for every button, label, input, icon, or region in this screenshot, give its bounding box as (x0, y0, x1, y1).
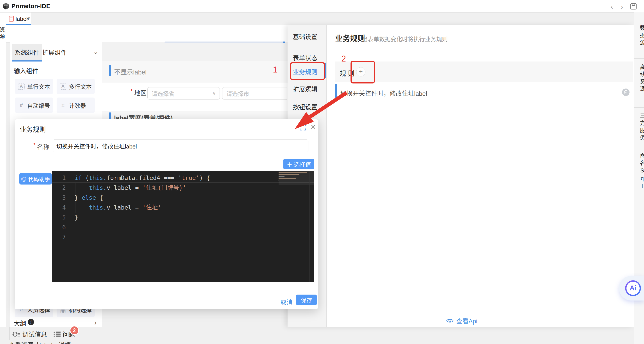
tab-extension-components[interactable]: 扩展组件 (39, 44, 70, 61)
editor-tabbar: label* × (6, 12, 634, 25)
sidebar-item-offline-resource[interactable]: 离线资源 (636, 64, 644, 93)
hash-icon: # (18, 102, 24, 108)
tab-close-icon[interactable]: × (26, 15, 30, 22)
annotation-step-2: 2 (341, 54, 346, 64)
save-button[interactable]: 保存 (296, 295, 317, 305)
component-multi-line-text[interactable]: A 多行文本 (56, 79, 95, 94)
panel-title: 业务规则 (335, 33, 365, 43)
app-title: Primeton-IDE (12, 3, 50, 10)
rule-name-input[interactable] (53, 139, 308, 152)
tab-form-state[interactable]: 表单状态 (293, 53, 318, 62)
debug-info-label: 调试信息 (22, 330, 47, 338)
status-bar: 调试信息 问题 2 (0, 327, 644, 340)
select-value-button[interactable]: ＋ 选择值 (284, 159, 314, 169)
left-rail: 资源 (0, 12, 6, 327)
bottom-clipped-status: 查看资源「label」详情 (0, 340, 198, 344)
app-logo-icon (2, 3, 10, 10)
divider (634, 107, 644, 108)
horizontal-scrollbar-thumb[interactable] (284, 42, 285, 43)
info-icon[interactable]: i (28, 319, 34, 325)
problems-count-badge: 2 (70, 326, 79, 335)
trash-icon (624, 90, 628, 94)
view-api-link[interactable]: 查看Api (446, 316, 477, 325)
sidebar-item-third-party-service[interactable]: 三方服务 (636, 113, 644, 142)
cancel-button[interactable]: 取消 (280, 298, 292, 306)
eye-icon (446, 318, 454, 323)
code-editor[interactable]: 1if (this.formData.filed4 === 'true') {2… (52, 171, 314, 282)
panel-subtitle: 当表单数据变化时将执行业务规则 (362, 35, 448, 43)
region-field-row[interactable]: * 地区 请选择省 ∨ 请选择市 (102, 83, 306, 111)
minimap[interactable] (278, 172, 309, 182)
annotation-arrow (291, 88, 350, 135)
business-rule-dialog: 业务规则 × * 名称 ＋ 选择值 ◎ 代码助手 1if (this.formD… (15, 119, 318, 309)
plus-minus-icon: ± (60, 102, 66, 108)
province-select[interactable]: 请选择省 ∨ (148, 87, 220, 99)
minimap-separator (310, 171, 310, 282)
divider (634, 58, 644, 59)
debug-info-button[interactable]: 调试信息 (12, 330, 47, 338)
rule-list-item[interactable]: 切换开关控件时，修改住址label (335, 84, 633, 101)
annotation-box-add-rule (350, 61, 375, 83)
component-auto-number[interactable]: # 自动编号 (15, 98, 53, 113)
section-title: 不显示label (114, 67, 146, 76)
save-icon[interactable] (630, 3, 637, 10)
tab-label[interactable]: label* × (6, 12, 31, 25)
component-list-icon[interactable]: ≡ (67, 49, 71, 55)
nav-forward-icon[interactable]: › (621, 3, 623, 11)
annotation-step-1: 1 (273, 65, 278, 74)
required-asterisk: * (130, 88, 133, 95)
section-accent-bar (109, 65, 111, 76)
required-asterisk: * (33, 142, 36, 149)
tab-basic-settings[interactable]: 基础设置 (293, 32, 318, 41)
debug-icon (12, 330, 20, 338)
app-header: Primeton-IDE ‹ › (0, 0, 644, 13)
canvas-toolbar (6, 25, 306, 43)
component-single-line-text[interactable]: A 单行文本 (15, 79, 53, 94)
settings-panel: 基础设置 表单状态 业务规则 扩展逻辑 按钮设置 业务规则 当表单数据变化时将执… (288, 25, 634, 327)
rail-resources-item[interactable]: 资源 (0, 27, 6, 40)
city-select[interactable]: 请选择市 (222, 87, 287, 99)
component-counter[interactable]: ± 计数器 (56, 98, 95, 113)
input-components-heading: 输入组件 (14, 66, 38, 75)
outline-label: 大纲 (14, 319, 26, 327)
divider (10, 327, 10, 340)
form-file-icon (9, 16, 14, 22)
active-tab-indicator (325, 63, 326, 78)
sidebar-item-datasource[interactable]: 数据源 (636, 25, 644, 47)
ai-assistant-pill: Ai (619, 276, 644, 300)
rule-name-label: 名称 (37, 142, 49, 151)
delete-rule-button[interactable] (622, 89, 630, 96)
dialog-title: 业务规则 (20, 124, 46, 134)
rule-name: 切换开关控件时，修改住址label (340, 89, 427, 98)
outline-row[interactable]: 大纲 i › (10, 317, 102, 327)
field-label: 地区 (134, 88, 146, 97)
code-assistant-button[interactable]: ◎ 代码助手 (19, 173, 52, 185)
tab-active-underline (6, 24, 31, 25)
ai-label: Ai (630, 284, 636, 292)
textarea-icon: A (60, 83, 66, 90)
problems-list-icon (54, 331, 60, 337)
panel-collapse-chevron-icon[interactable]: ⌄ (93, 48, 98, 55)
ai-assistant-button[interactable]: Ai (625, 280, 641, 296)
code-lines: 1if (this.formData.filed4 === 'true') {2… (52, 173, 314, 242)
outline-expand-chevron-icon[interactable]: › (94, 318, 97, 327)
tab-system-components[interactable]: 系统组件 (12, 44, 42, 61)
rules-header-band: 规 则 + (335, 62, 633, 82)
text-icon: A (18, 83, 24, 90)
horizontal-scrollbar[interactable] (164, 42, 285, 43)
annotation-box-business-rules-tab (290, 62, 325, 80)
chevron-down-icon: ∨ (212, 90, 216, 96)
nav-back-icon[interactable]: ‹ (611, 3, 613, 11)
sidebar-item-named-sql[interactable]: 命名Sql (636, 153, 644, 191)
